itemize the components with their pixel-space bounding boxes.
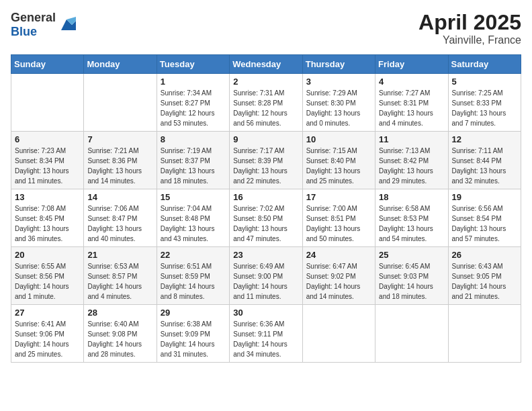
calendar-cell: 14Sunrise: 7:06 AM Sunset: 8:47 PM Dayli… xyxy=(84,189,157,247)
day-number: 28 xyxy=(87,308,152,318)
day-info: Sunrise: 7:15 AM Sunset: 8:40 PM Dayligh… xyxy=(306,146,371,186)
calendar-cell: 26Sunrise: 6:43 AM Sunset: 9:05 PM Dayli… xyxy=(448,247,521,305)
day-number: 15 xyxy=(161,192,226,202)
day-info: Sunrise: 7:04 AM Sunset: 8:48 PM Dayligh… xyxy=(161,203,226,244)
calendar-cell xyxy=(11,74,84,132)
day-number: 8 xyxy=(161,134,226,144)
calendar-cell: 19Sunrise: 6:56 AM Sunset: 8:54 PM Dayli… xyxy=(448,189,521,247)
day-info: Sunrise: 6:36 AM Sunset: 9:11 PM Dayligh… xyxy=(233,319,298,359)
day-info: Sunrise: 6:47 AM Sunset: 9:02 PM Dayligh… xyxy=(306,261,371,302)
logo-general: General xyxy=(11,11,56,24)
day-number: 18 xyxy=(379,192,444,202)
day-info: Sunrise: 6:53 AM Sunset: 8:57 PM Dayligh… xyxy=(87,261,152,302)
day-info: Sunrise: 6:49 AM Sunset: 9:00 PM Dayligh… xyxy=(233,261,298,302)
day-number: 21 xyxy=(87,250,152,260)
day-info: Sunrise: 7:23 AM Sunset: 8:34 PM Dayligh… xyxy=(15,146,80,186)
calendar-cell: 18Sunrise: 6:58 AM Sunset: 8:53 PM Dayli… xyxy=(375,189,448,247)
day-info: Sunrise: 6:58 AM Sunset: 8:53 PM Dayligh… xyxy=(379,203,444,244)
day-info: Sunrise: 7:25 AM Sunset: 8:33 PM Dayligh… xyxy=(452,88,517,128)
day-number: 6 xyxy=(15,134,80,144)
day-number: 25 xyxy=(379,250,444,260)
day-info: Sunrise: 6:55 AM Sunset: 8:56 PM Dayligh… xyxy=(15,261,80,302)
day-number: 14 xyxy=(87,192,152,202)
calendar-week-row: 27Sunrise: 6:41 AM Sunset: 9:06 PM Dayli… xyxy=(11,305,521,363)
calendar-cell: 3Sunrise: 7:29 AM Sunset: 8:30 PM Daylig… xyxy=(302,74,375,132)
calendar-cell: 16Sunrise: 7:02 AM Sunset: 8:50 PM Dayli… xyxy=(230,189,302,247)
day-info: Sunrise: 7:31 AM Sunset: 8:28 PM Dayligh… xyxy=(233,88,298,128)
calendar-cell: 10Sunrise: 7:15 AM Sunset: 8:40 PM Dayli… xyxy=(302,132,375,189)
calendar-cell: 6Sunrise: 7:23 AM Sunset: 8:34 PM Daylig… xyxy=(11,132,84,189)
day-info: Sunrise: 7:29 AM Sunset: 8:30 PM Dayligh… xyxy=(306,88,371,128)
calendar-cell: 5Sunrise: 7:25 AM Sunset: 8:33 PM Daylig… xyxy=(448,74,521,132)
calendar-cell: 23Sunrise: 6:49 AM Sunset: 9:00 PM Dayli… xyxy=(230,247,302,305)
calendar-cell: 4Sunrise: 7:27 AM Sunset: 8:31 PM Daylig… xyxy=(375,74,448,132)
day-number: 20 xyxy=(15,250,80,260)
calendar-cell: 2Sunrise: 7:31 AM Sunset: 8:28 PM Daylig… xyxy=(230,74,302,132)
day-number: 4 xyxy=(379,77,444,87)
day-info: Sunrise: 7:00 AM Sunset: 8:51 PM Dayligh… xyxy=(306,203,371,244)
calendar-cell: 9Sunrise: 7:17 AM Sunset: 8:39 PM Daylig… xyxy=(230,132,302,189)
calendar-cell: 17Sunrise: 7:00 AM Sunset: 8:51 PM Dayli… xyxy=(302,189,375,247)
day-info: Sunrise: 6:43 AM Sunset: 9:05 PM Dayligh… xyxy=(452,261,517,302)
day-info: Sunrise: 7:08 AM Sunset: 8:45 PM Dayligh… xyxy=(15,203,80,244)
day-number: 3 xyxy=(306,77,371,87)
day-number: 24 xyxy=(306,250,371,260)
page-header: General Blue April 2025 Yainville, Franc… xyxy=(11,11,521,46)
day-info: Sunrise: 7:11 AM Sunset: 8:44 PM Dayligh… xyxy=(452,146,517,186)
calendar-cell: 1Sunrise: 7:34 AM Sunset: 8:27 PM Daylig… xyxy=(157,74,229,132)
location-title: Yainville, France xyxy=(418,34,521,46)
day-info: Sunrise: 7:17 AM Sunset: 8:39 PM Dayligh… xyxy=(233,146,298,186)
day-number: 2 xyxy=(233,77,298,87)
day-info: Sunrise: 7:34 AM Sunset: 8:27 PM Dayligh… xyxy=(161,88,226,128)
day-info: Sunrise: 6:40 AM Sunset: 9:08 PM Dayligh… xyxy=(87,319,152,359)
day-info: Sunrise: 7:13 AM Sunset: 8:42 PM Dayligh… xyxy=(379,146,444,186)
weekday-header: Monday xyxy=(84,55,157,74)
calendar-cell xyxy=(302,305,375,363)
calendar-cell: 27Sunrise: 6:41 AM Sunset: 9:06 PM Dayli… xyxy=(11,305,84,363)
day-number: 7 xyxy=(87,134,152,144)
calendar-cell: 22Sunrise: 6:51 AM Sunset: 8:59 PM Dayli… xyxy=(157,247,229,305)
day-info: Sunrise: 6:51 AM Sunset: 8:59 PM Dayligh… xyxy=(161,261,226,302)
month-title: April 2025 xyxy=(418,11,521,34)
calendar-cell: 15Sunrise: 7:04 AM Sunset: 8:48 PM Dayli… xyxy=(157,189,229,247)
day-number: 9 xyxy=(233,134,298,144)
day-info: Sunrise: 7:06 AM Sunset: 8:47 PM Dayligh… xyxy=(87,203,152,244)
weekday-header: Tuesday xyxy=(157,55,229,74)
day-info: Sunrise: 7:02 AM Sunset: 8:50 PM Dayligh… xyxy=(233,203,298,244)
weekday-header: Friday xyxy=(375,55,448,74)
calendar-cell: 25Sunrise: 6:45 AM Sunset: 9:03 PM Dayli… xyxy=(375,247,448,305)
logo: General Blue xyxy=(11,11,76,39)
day-number: 23 xyxy=(233,250,298,260)
day-number: 13 xyxy=(15,192,80,202)
calendar-cell: 30Sunrise: 6:36 AM Sunset: 9:11 PM Dayli… xyxy=(230,305,302,363)
logo-text: General Blue xyxy=(11,11,56,39)
calendar-cell: 21Sunrise: 6:53 AM Sunset: 8:57 PM Dayli… xyxy=(84,247,157,305)
calendar-cell: 29Sunrise: 6:38 AM Sunset: 9:09 PM Dayli… xyxy=(157,305,229,363)
day-number: 10 xyxy=(306,134,371,144)
day-info: Sunrise: 7:19 AM Sunset: 8:37 PM Dayligh… xyxy=(161,146,226,186)
calendar-week-row: 1Sunrise: 7:34 AM Sunset: 8:27 PM Daylig… xyxy=(11,74,521,132)
day-number: 30 xyxy=(233,308,298,318)
day-number: 5 xyxy=(452,77,517,87)
day-info: Sunrise: 7:27 AM Sunset: 8:31 PM Dayligh… xyxy=(379,88,444,128)
day-number: 26 xyxy=(452,250,517,260)
day-number: 19 xyxy=(452,192,517,202)
day-number: 1 xyxy=(161,77,226,87)
day-number: 12 xyxy=(452,134,517,144)
day-info: Sunrise: 6:38 AM Sunset: 9:09 PM Dayligh… xyxy=(161,319,226,359)
weekday-header: Sunday xyxy=(11,55,84,74)
title-block: April 2025 Yainville, France xyxy=(418,11,521,46)
calendar-week-row: 6Sunrise: 7:23 AM Sunset: 8:34 PM Daylig… xyxy=(11,132,521,189)
calendar-week-row: 20Sunrise: 6:55 AM Sunset: 8:56 PM Dayli… xyxy=(11,247,521,305)
day-info: Sunrise: 6:45 AM Sunset: 9:03 PM Dayligh… xyxy=(379,261,444,302)
logo-blue: Blue xyxy=(11,25,37,38)
weekday-header: Saturday xyxy=(448,55,521,74)
calendar-cell: 11Sunrise: 7:13 AM Sunset: 8:42 PM Dayli… xyxy=(375,132,448,189)
calendar-header-row: SundayMondayTuesdayWednesdayThursdayFrid… xyxy=(11,55,521,74)
calendar-cell: 20Sunrise: 6:55 AM Sunset: 8:56 PM Dayli… xyxy=(11,247,84,305)
weekday-header: Wednesday xyxy=(230,55,302,74)
calendar-cell xyxy=(448,305,521,363)
day-number: 11 xyxy=(379,134,444,144)
day-info: Sunrise: 7:21 AM Sunset: 8:36 PM Dayligh… xyxy=(87,146,152,186)
calendar-cell: 28Sunrise: 6:40 AM Sunset: 9:08 PM Dayli… xyxy=(84,305,157,363)
